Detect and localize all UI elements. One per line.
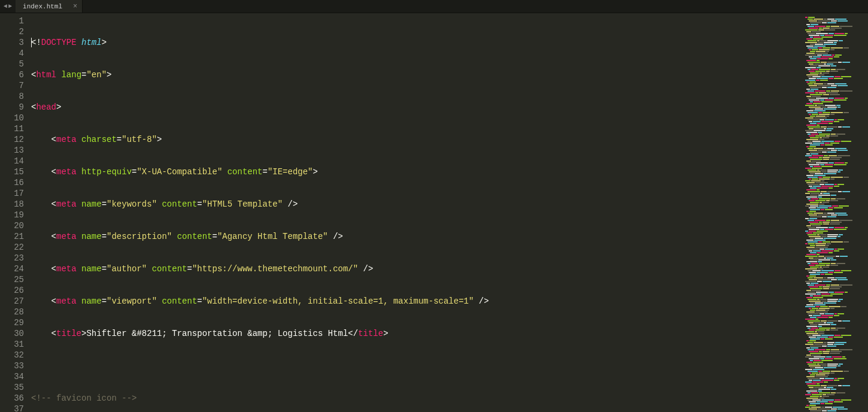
minimap[interactable] [802,13,868,412]
line-number: 32 [0,350,24,360]
line-number: 13 [0,145,24,156]
editor: 1234567891011121314151617181920212223242… [0,13,868,412]
line-number: 37 [0,404,24,412]
line-number: 1 [0,16,24,26]
line-number: 21 [0,231,24,242]
line-number: 9 [0,102,24,113]
line-number: 12 [0,134,24,145]
line-number: 4 [0,48,24,59]
code-area[interactable]: <!DOCTYPE html> <html lang="en"> <head> … [31,13,802,412]
line-number: 16 [0,177,24,188]
line-number: 36 [0,393,24,404]
line-number: 7 [0,80,24,91]
nav-forward-icon[interactable]: ► [8,3,12,10]
tab-filename: index.html [23,3,62,10]
line-number: 18 [0,199,24,210]
line-number: 3 [0,37,24,48]
line-number: 34 [0,371,24,382]
file-tab-active[interactable]: index.html × [16,0,83,13]
nav-back-icon[interactable]: ◄ [4,3,7,10]
line-number: 29 [0,317,24,328]
line-number: 15 [0,166,24,177]
close-icon[interactable]: × [73,2,77,11]
line-number: 24 [0,263,24,274]
titlebar: ◄ ► index.html × [0,0,868,13]
line-number: 20 [0,220,24,231]
line-number-gutter: 1234567891011121314151617181920212223242… [0,13,31,412]
line-number: 8 [0,91,24,102]
line-number: 11 [0,123,24,134]
line-number: 14 [0,156,24,166]
line-number: 30 [0,328,24,339]
line-number: 25 [0,274,24,285]
nav-arrows: ◄ ► [0,0,16,13]
line-number: 33 [0,360,24,371]
line-number: 27 [0,296,24,307]
line-number: 26 [0,285,24,296]
line-number: 19 [0,210,24,220]
line-number: 22 [0,242,24,253]
line-number: 31 [0,339,24,350]
line-number: 10 [0,113,24,123]
line-number: 23 [0,253,24,263]
line-number: 6 [0,69,24,80]
line-number: 5 [0,59,24,69]
line-number: 2 [0,26,24,37]
line-number: 28 [0,307,24,317]
line-number: 17 [0,188,24,199]
line-number: 35 [0,382,24,393]
